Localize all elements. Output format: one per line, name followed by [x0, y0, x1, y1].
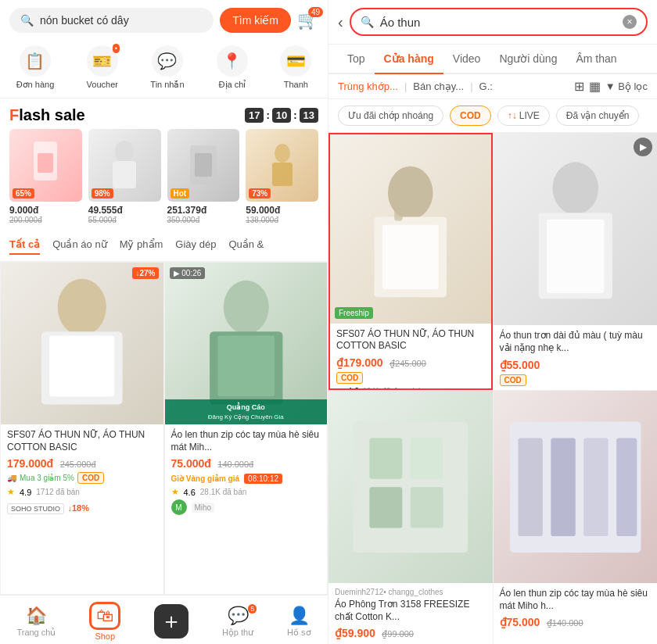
address-icon-item[interactable]: 📍 Địa chỉ — [217, 45, 248, 90]
product-card-1[interactable]: ↓27% SFS07 ÁO THUN NỮ, ÁO THUN COTTON BA… — [0, 262, 164, 595]
advert-overlay: Quảng Cáo Đăng Ký Cộng Chuyên Gia — [165, 399, 328, 424]
voucher-icon: 🎫 • — [87, 45, 118, 77]
clear-button[interactable]: × — [623, 15, 637, 29]
cat-mypham[interactable]: Mỹ phẩm — [120, 238, 163, 255]
r-cod-1: COD — [336, 372, 363, 384]
tabs-row: Top Cửa hàng Video Người dùng Âm than — [328, 45, 657, 74]
search-button[interactable]: Tìm kiếm — [220, 8, 291, 33]
discount-badge-1: ↓18% — [67, 503, 89, 513]
r-price-4: ₫75.000 — [500, 616, 540, 628]
message-label: Tin nhắn — [150, 80, 184, 90]
product-info-2: Áo len thun zip cóc tay mùa hè siêu mát … — [165, 424, 328, 520]
cart-button[interactable]: 🛒 49 — [297, 10, 318, 30]
flash-rest: lash sale — [19, 106, 85, 123]
filter-best[interactable]: Bán chạy... — [413, 80, 464, 92]
svg-rect-7 — [272, 163, 293, 186]
video-overlay: ▶ 00:26 — [170, 267, 206, 279]
flash-item-3[interactable]: Hot 251.379đ 350.000đ — [167, 129, 240, 224]
order-icon-item[interactable]: 📋 Đơn hàng — [16, 45, 55, 90]
right-search-text: Áo thun — [380, 16, 616, 29]
r-meta-1: ★ 4.9 1641 đã được bán — [336, 386, 485, 390]
r-price-1: ₫179.000 — [336, 356, 383, 369]
r-price-3: ₫59.900 — [335, 627, 375, 639]
inbox-badge: 5 — [248, 604, 257, 614]
nav-profile[interactable]: 👤 Hồ sơ — [287, 606, 311, 638]
nav-home[interactable]: 🏠 Trang chủ — [16, 606, 56, 638]
back-button[interactable]: ‹ — [338, 13, 343, 31]
r-stars-1: 4.9 — [347, 386, 359, 389]
nav-shop-label: Shop — [95, 631, 115, 641]
svg-rect-21 — [547, 220, 604, 293]
r-orig-4: ₫140.000 — [547, 618, 583, 628]
flash-img-1: 65% — [9, 129, 82, 202]
nav-shop[interactable]: 🛍 Shop — [89, 602, 120, 641]
message-icon-item[interactable]: 💬 Tin nhắn — [150, 45, 184, 90]
chip-live[interactable]: ↑↓ LIVE — [497, 106, 550, 126]
countdown: 08:10:12 — [244, 474, 282, 484]
r-product-img-2: ▶ — [494, 133, 658, 325]
tab-video[interactable]: Video — [443, 45, 490, 74]
cat-giaydep[interactable]: Giày dép — [175, 238, 216, 255]
voucher-badge: • — [113, 44, 120, 53]
product-card-2[interactable]: ▶ 00:26 Quảng Cáo Đăng Ký Cộng Chuyên Gi… — [164, 262, 328, 595]
bottom-nav: 🏠 Trang chủ 🛍 Shop ＋ 💬 5 Hộp thư 👤 Hồ sơ — [0, 595, 328, 644]
tab-top[interactable]: Top — [338, 45, 375, 74]
cat-quanao[interactable]: Quần áo nữ — [52, 238, 107, 255]
cart-badge: 49 — [308, 7, 323, 17]
r-sold-2: 39.9K đã được bán — [526, 389, 592, 390]
flash-img-4: 73% — [246, 129, 318, 202]
flash-item-4[interactable]: 73% 59.000đ 138.000đ — [246, 129, 318, 224]
flash-orig-2: 55.000đ — [88, 216, 161, 224]
flash-price-1: 9.000đ — [9, 205, 82, 216]
chip-cod[interactable]: COD — [450, 106, 491, 126]
r-product-4[interactable]: Áo len thun zip cóc tay mùa hè siêu mát … — [494, 391, 658, 645]
timer-s: 13 — [300, 108, 318, 123]
icons-row: 📋 Đơn hàng 🎫 • Voucher 💬 Tin nhắn 📍 Địa … — [0, 41, 328, 98]
grid-icon[interactable]: ⊞ — [574, 79, 584, 94]
chip-promo[interactable]: Ưu đãi chớp nhoáng — [338, 106, 443, 126]
r-product-1[interactable]: Freeship SFS07 ÁO THUN NỮ, ÁO THUN COTTO… — [328, 133, 493, 390]
nav-home-label: Trang chủ — [16, 628, 56, 638]
flash-badge-4: 73% — [249, 188, 271, 199]
payment-icon-item[interactable]: 💳 Thanh — [280, 45, 311, 90]
tab-nguoidung[interactable]: Người dùng — [490, 45, 566, 74]
order-icon: 📋 — [20, 45, 51, 77]
r-product-name-4: Áo len thun zip cóc tay mùa hè siêu mát … — [500, 588, 652, 612]
nav-inbox[interactable]: 💬 5 Hộp thư — [222, 606, 253, 638]
r-product-img-1: Freeship — [330, 134, 491, 324]
svg-rect-5 — [195, 153, 212, 177]
search-input-wrap[interactable]: 🔍 nón bucket có dây — [9, 8, 214, 33]
shop-icon: 🛍 — [89, 602, 120, 630]
flash-item-2[interactable]: 98% 49.555đ 55.000đ — [88, 129, 161, 224]
gold-promo: Giờ Vàng giảm giá — [171, 474, 240, 483]
flash-item-1[interactable]: 65% 9.000đ 200.000đ — [9, 129, 82, 224]
list-icon[interactable]: ▦ — [589, 79, 601, 94]
r-product-2[interactable]: ▶ Áo thun trơn dài đủ màu ( tuỳ màu vải … — [494, 133, 658, 390]
voucher-icon-item[interactable]: 🎫 • Voucher — [87, 45, 118, 90]
r-product-img-4 — [494, 391, 658, 583]
cat-quan[interactable]: Quần & — [228, 238, 264, 255]
timer-h: 17 — [245, 108, 264, 123]
address-label: Địa chỉ — [219, 80, 246, 90]
nav-add[interactable]: ＋ — [154, 604, 188, 639]
svg-rect-1 — [38, 153, 53, 173]
home-icon: 🏠 — [26, 606, 47, 626]
search-icon: 🔍 — [20, 14, 34, 27]
tab-cuahang[interactable]: Cửa hàng — [375, 45, 443, 74]
flash-orig-4: 138.000đ — [246, 216, 318, 224]
chip-shipped[interactable]: Đã vận chuyển — [556, 106, 640, 126]
r-product-info-2: Áo thun trơn dài đủ màu ( tuỳ màu vải nặ… — [494, 325, 658, 389]
product-grid: ↓27% SFS07 ÁO THUN NỮ, ÁO THUN COTTON BA… — [0, 262, 328, 595]
filter-match[interactable]: Trùng khớp... — [338, 80, 398, 92]
shop-badge-1: SOHO STUDIO — [7, 503, 64, 514]
filter-button[interactable]: ▼ Bộ lọc — [605, 80, 648, 92]
svg-rect-16 — [382, 225, 439, 289]
flash-badge-3: Hot — [171, 188, 190, 199]
profile-icon: 👤 — [289, 606, 310, 626]
r-product-3[interactable]: Dueminh2712• changg_clothes Áo Phông Trơ… — [328, 391, 493, 645]
right-search-wrap[interactable]: 🔍 Áo thun × — [350, 8, 648, 36]
voucher-label: Voucher — [87, 80, 118, 89]
filter-g[interactable]: G.: — [479, 80, 493, 92]
cat-tatca[interactable]: Tất cả — [9, 238, 40, 255]
tab-amthan[interactable]: Âm than — [566, 45, 626, 74]
